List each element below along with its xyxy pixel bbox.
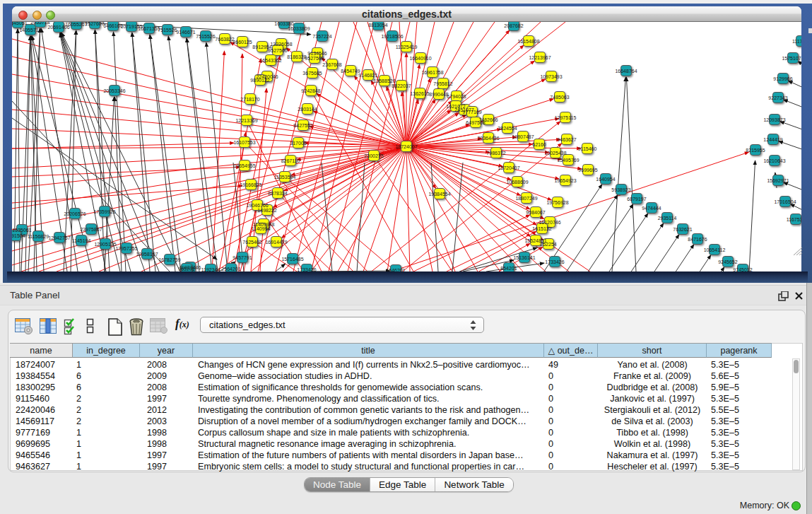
svg-text:8471676: 8471676	[688, 237, 707, 242]
svg-text:7357224: 7357224	[312, 34, 331, 39]
svg-text:9084067: 9084067	[526, 210, 545, 215]
svg-text:1391504: 1391504	[12, 233, 25, 238]
svg-text:20206576: 20206576	[64, 211, 86, 216]
svg-text:9115460: 9115460	[578, 146, 597, 151]
svg-text:16120746: 16120746	[539, 220, 560, 225]
svg-text:16671355: 16671355	[138, 26, 160, 31]
svg-text:18724007: 18724007	[395, 144, 417, 149]
svg-text:19756928: 19756928	[546, 200, 568, 205]
svg-text:3824554: 3824554	[498, 126, 517, 131]
svg-text:12905135: 12905135	[94, 242, 116, 247]
svg-text:1498222: 1498222	[257, 208, 276, 213]
svg-text:12213369: 12213369	[235, 118, 257, 123]
svg-text:16210643: 16210643	[763, 158, 785, 163]
svg-text:17359926: 17359926	[93, 209, 115, 214]
svg-text:19166825: 19166825	[240, 182, 261, 187]
svg-text:8822037: 8822037	[392, 83, 411, 88]
svg-text:16782759: 16782759	[158, 257, 180, 262]
svg-text:8990448: 8990448	[429, 92, 448, 97]
svg-text:16154808: 16154808	[517, 39, 539, 44]
svg-text:1527607: 1527607	[85, 22, 104, 26]
svg-text:1145194: 1145194	[72, 238, 91, 243]
svg-text:7632621: 7632621	[673, 227, 692, 232]
svg-text:13226058: 13226058	[270, 42, 292, 47]
svg-text:9242848: 9242848	[301, 88, 320, 93]
svg-text:6879197: 6879197	[627, 197, 646, 201]
svg-text:1117849: 1117849	[792, 39, 801, 44]
svg-text:1535061: 1535061	[12, 228, 31, 233]
svg-text:19654923: 19654923	[554, 178, 576, 183]
svg-text:10958107: 10958107	[136, 252, 158, 257]
svg-text:9457791: 9457791	[233, 255, 252, 260]
svg-text:7515526: 7515526	[158, 28, 177, 33]
svg-text:16914479: 16914479	[265, 240, 287, 245]
svg-text:19046766: 19046766	[246, 203, 268, 208]
svg-text:9527508: 9527508	[305, 56, 324, 61]
svg-text:1546201: 1546201	[386, 268, 405, 271]
svg-text:19384554: 19384554	[428, 192, 450, 197]
svg-text:10688609: 10688609	[506, 180, 528, 185]
svg-text:5938923: 5938923	[611, 187, 630, 192]
svg-text:1362615: 1362615	[410, 91, 429, 96]
svg-text:16961758: 16961758	[421, 70, 443, 75]
svg-text:3675685: 3675685	[302, 71, 322, 76]
svg-text:8660125: 8660125	[233, 40, 252, 45]
svg-text:2564201: 2564201	[221, 267, 240, 271]
svg-text:6794028: 6794028	[447, 94, 466, 99]
svg-text:9129966: 9129966	[773, 76, 792, 81]
svg-text:2300275: 2300275	[364, 153, 383, 158]
svg-text:13588520: 13588520	[373, 78, 395, 83]
svg-text:14055712: 14055712	[19, 28, 41, 33]
svg-text:17957255: 17957255	[115, 246, 137, 251]
svg-text:7663822: 7663822	[215, 37, 234, 42]
svg-text:9699695: 9699695	[578, 168, 597, 173]
svg-text:9146671: 9146671	[176, 30, 195, 35]
svg-text:2803144: 2803144	[298, 107, 317, 112]
svg-text:16033809: 16033809	[288, 26, 310, 31]
svg-text:15136141: 15136141	[513, 255, 535, 260]
svg-text:854201: 854201	[500, 266, 517, 271]
svg-text:7625402: 7625402	[242, 240, 261, 245]
svg-text:8454749: 8454749	[341, 69, 360, 74]
svg-text:8267110: 8267110	[281, 158, 300, 163]
svg-text:7485063: 7485063	[550, 95, 569, 100]
svg-text:9245652: 9245652	[718, 259, 737, 264]
svg-text:10025438: 10025438	[544, 151, 566, 156]
svg-text:10807487: 10807487	[512, 134, 534, 139]
svg-text:7986372: 7986372	[486, 151, 505, 156]
svg-text:7955812: 7955812	[433, 81, 452, 86]
svg-text:16055267: 16055267	[65, 22, 87, 27]
svg-text:15751074: 15751074	[782, 56, 801, 61]
svg-text:1345051: 1345051	[12, 22, 28, 25]
svg-text:10973493: 10973493	[540, 74, 562, 79]
svg-text:1167531: 1167531	[787, 217, 801, 222]
svg-text:16640910: 16640910	[409, 56, 431, 61]
svg-text:1640954: 1640954	[596, 177, 615, 182]
svg-text:16543362: 16543362	[259, 58, 281, 63]
svg-text:252254: 252254	[540, 242, 556, 247]
svg-text:1733426: 1733426	[297, 267, 316, 271]
svg-text:15716485: 15716485	[281, 257, 303, 262]
svg-text:16648764: 16648764	[615, 69, 637, 74]
svg-text:23975867: 23975867	[80, 227, 102, 232]
svg-text:8186328: 8186328	[287, 54, 306, 59]
svg-text:20053346: 20053346	[103, 88, 125, 93]
svg-text:16107553: 16107553	[233, 140, 255, 145]
svg-text:1733426: 1733426	[545, 259, 564, 264]
svg-text:11325419: 11325419	[396, 45, 418, 49]
svg-text:19654955: 19654955	[233, 163, 255, 168]
svg-text:15720407: 15720407	[498, 165, 519, 170]
svg-text:1140994: 1140994	[252, 226, 271, 231]
svg-text:12975115: 12975115	[555, 115, 577, 120]
svg-text:9134546: 9134546	[307, 51, 326, 56]
svg-text:9227343: 9227343	[768, 95, 787, 100]
svg-text:317006: 317006	[290, 141, 306, 146]
svg-text:9527500: 9527500	[268, 48, 287, 53]
svg-text:965201: 965201	[178, 267, 194, 271]
svg-text:8215955: 8215955	[746, 148, 765, 153]
svg-text:2367608: 2367608	[322, 62, 341, 67]
svg-text:9146821: 9146821	[358, 73, 377, 78]
svg-text:8878334: 8878334	[268, 191, 287, 196]
svg-text:1615132: 1615132	[532, 226, 551, 231]
svg-text:20364436: 20364436	[477, 136, 499, 141]
